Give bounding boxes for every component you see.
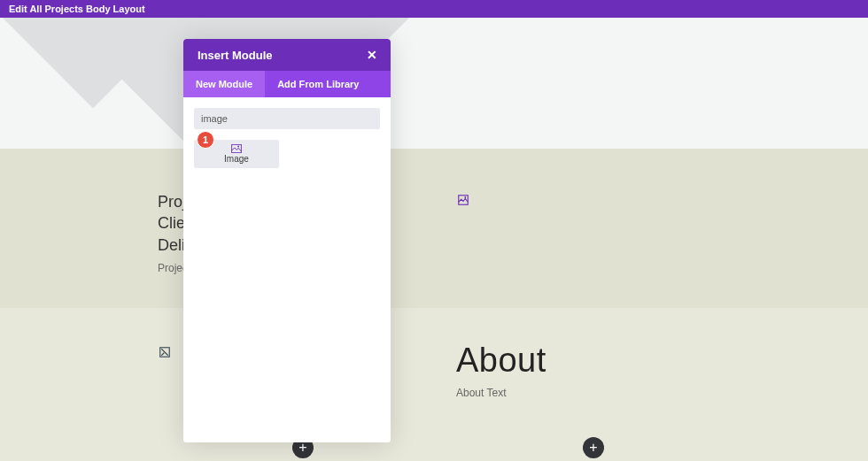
close-icon: ✕ [367,48,377,62]
broken-image-icon [458,195,469,205]
plus-icon: + [589,440,597,456]
svg-point-4 [237,146,239,148]
tab-label: New Module [196,79,252,89]
tab-add-from-library[interactable]: Add From Library [265,71,371,97]
project-info-section: Project Name Client Deliverable Project … [0,149,868,308]
top-bar-title: Edit All Projects Body Layout [9,4,145,14]
svg-point-1 [464,196,466,198]
modal-body: Image [183,97,391,442]
module-search-input[interactable] [194,108,380,129]
add-module-button[interactable]: + [583,437,604,458]
module-results: Image [194,140,380,168]
top-bar: Edit All Projects Body Layout [0,0,868,18]
tab-label: Add From Library [277,79,359,89]
modal-title: Insert Module [198,49,273,62]
callout-number: 1 [203,134,208,145]
close-button[interactable]: ✕ [364,47,380,63]
modal-tabs: New Module Add From Library [183,71,391,97]
about-section-bg [0,308,868,461]
module-label: Image [224,154,249,164]
image-icon [231,144,242,153]
insert-module-modal: Insert Module ✕ New Module Add From Libr… [183,39,391,442]
hero-background [0,18,868,149]
broken-image-icon [159,347,170,357]
about-text: About Text [456,387,546,399]
about-heading: About [456,342,546,380]
modal-header: Insert Module ✕ [183,39,391,71]
about-block: About About Text [456,342,546,399]
tab-new-module[interactable]: New Module [183,71,265,97]
step-callout: 1 [197,131,214,149]
